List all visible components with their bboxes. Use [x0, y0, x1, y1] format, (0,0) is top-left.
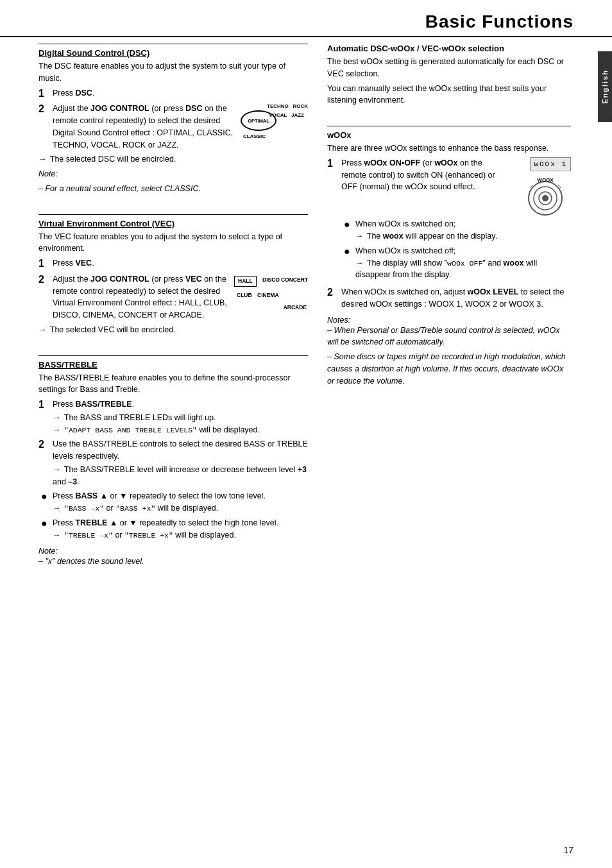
- bass-bullet-2: ● Press TREBLE ▲ or ▼ repeatedly to sele…: [38, 517, 308, 541]
- bass-step2-arrow: → The BASS/TREBLE level will increase or…: [53, 464, 308, 488]
- woox-step2-content: When wOOx is switched on, adjust wOOx LE…: [341, 286, 571, 311]
- vec-arrow-icon: →: [38, 324, 47, 336]
- bass-display1: "BASS –x": [64, 504, 104, 513]
- vec-step-2: 2 Adjust the JOG CONTROL (or press VEC o…: [38, 273, 308, 321]
- dsc-note-label: Note:: [38, 168, 308, 180]
- svg-point-3: [542, 195, 548, 201]
- woox-off-bold: woox: [504, 259, 524, 268]
- dsc-step2-content: Adjust the JOG CONTROL (or press DSC on …: [53, 103, 308, 151]
- bass-note-text: – "x" denotes the sound level.: [38, 556, 308, 568]
- bass-step-2: 2 Use the BASS/TREBLE controls to select…: [38, 438, 308, 488]
- dsc-step-2: 2 Adjust the JOG CONTROL (or press DSC o…: [38, 103, 308, 151]
- arrow-bass-3: →: [53, 464, 61, 476]
- woox-note-2: – Some discs or tapes might be recorded …: [327, 351, 571, 387]
- woox-step-number-2: 2: [327, 286, 337, 300]
- dsc-step-1: 1 Press DSC.: [38, 87, 308, 101]
- vec-step2-content: Adjust the JOG CONTROL (or press VEC on …: [53, 273, 308, 321]
- woox-circle-image: WOOX: [520, 174, 571, 216]
- vec-press-label: VEC: [75, 259, 92, 268]
- vec-step-number-1: 1: [38, 257, 49, 271]
- dsc-note-text: – For a neutral sound effect, select CLA…: [38, 183, 308, 195]
- woox-on-bold: woox: [383, 232, 404, 241]
- bass-step-1: 1 Press BASS/TREBLE. → The BASS and TREB…: [38, 398, 308, 436]
- svg-text:WOOX: WOOX: [537, 177, 554, 183]
- bass-up-label: BASS ▲: [75, 491, 108, 500]
- woox-notes: Notes: – When Personal or Bass/Treble so…: [327, 316, 571, 387]
- woox-notes-label: Notes:: [327, 316, 571, 325]
- bass-bullet-1: ● Press BASS ▲ or ▼ repeatedly to select…: [38, 490, 308, 515]
- vec-cinema-label: CINEMA: [257, 291, 279, 300]
- dsc-step1-content: Press DSC.: [53, 87, 308, 99]
- dsc-image: OPTIMAL TECHNO ROCK VOCAL JAZZ CLASSIC: [241, 103, 308, 140]
- vec-step-number-2: 2: [38, 273, 49, 287]
- woox-bullet-off: ● When wOOx is switched off; → The displ…: [341, 245, 571, 281]
- bass-display-text: "ADAPT BASS AND TREBLE LEVELS": [64, 426, 197, 434]
- vec-diagram: HALL DISCO CONCERT CLUB CINEMA ARCADE: [234, 273, 308, 313]
- woox-step-1: 1 Press wOOx ON•OFF (or wOOx on the remo…: [327, 157, 571, 284]
- bass-treble-title: BASS/TREBLE: [38, 360, 308, 370]
- woox-remote-label: wOOx: [434, 158, 457, 167]
- step-number-2: 2: [38, 103, 49, 116]
- dsc-section: Digital Sound Control (DSC) The DSC feat…: [38, 44, 308, 204]
- vec-concert-label: CONCERT: [281, 276, 308, 284]
- bass-note-label: Note:: [38, 546, 308, 556]
- arrow-woox-1: →: [355, 230, 364, 243]
- vec-arcade-label: ARCADE: [284, 303, 307, 312]
- bass-bullet1-content: Press BASS ▲ or ▼ repeatedly to select t…: [53, 490, 266, 515]
- dsc-title: Digital Sound Control (DSC): [38, 48, 308, 58]
- arrow-icon: →: [38, 153, 47, 166]
- woox-step1-text: Press wOOx ON•OFF (or wOOx on the remote…: [341, 157, 508, 193]
- treble-display1: "TREBLE –x": [64, 531, 113, 540]
- arrow-woox-2: →: [355, 257, 364, 269]
- vec-arrow-note: → The selected VEC will be encircled.: [38, 324, 308, 336]
- dsc-step2-text: Adjust the JOG CONTROL (or press DSC on …: [53, 103, 235, 151]
- arrow-bass-2: →: [53, 424, 61, 436]
- bass-display2: "BASS +x": [115, 504, 155, 513]
- woox-level-label: wOOx LEVEL: [468, 287, 519, 296]
- page-number: 17: [563, 845, 574, 855]
- dsc-press-label: DSC: [75, 89, 92, 98]
- woox-speaker-svg: WOOX: [520, 174, 571, 216]
- bass-step2-content: Use the BASS/TREBLE controls to select t…: [53, 438, 308, 488]
- vec-section: Virtual Environment Control (VEC) The VE…: [38, 214, 308, 345]
- woox-intro: There are three wOOx settings to enhance…: [327, 142, 571, 155]
- woox-image-area: wOOx 1: [513, 157, 571, 216]
- bass-down-label: ▼: [119, 491, 127, 500]
- woox-note-1: – When Personal or Bass/Treble sound con…: [327, 325, 571, 349]
- bass-step-number-2: 2: [38, 438, 49, 452]
- auto-dsc-title: Automatic DSC-wOOx / VEC-wOOx selection: [327, 44, 571, 53]
- vec-remote-label: VEC: [185, 275, 202, 284]
- vec-club-label: CLUB: [237, 291, 252, 300]
- content-area: Digital Sound Control (DSC) The DSC feat…: [0, 37, 612, 597]
- arrow-bass-4: →: [53, 502, 61, 515]
- arrow-bass-5: →: [53, 529, 61, 541]
- page-title: Basic Functions: [425, 12, 574, 32]
- woox-subtitle: wOOx: [327, 130, 571, 140]
- bass-treble-intro: The BASS/TREBLE feature enables you to d…: [38, 372, 308, 396]
- right-column: Automatic DSC-wOOx / VEC-wOOx selection …: [327, 44, 571, 584]
- vec-jog-label: JOG CONTROL: [90, 275, 149, 284]
- step-number-1: 1: [38, 87, 49, 101]
- vec-hall-box: HALL: [234, 276, 257, 287]
- woox-bullet-dot-1: ●: [344, 218, 352, 230]
- bass-bullet2-content: Press TREBLE ▲ or ▼ repeatedly to select…: [53, 517, 278, 541]
- treble-down-label: ▼: [129, 518, 137, 527]
- vec-step1-content: Press VEC.: [53, 257, 308, 269]
- jog-control-label: JOG CONTROL: [90, 104, 149, 113]
- woox-bullet-dot-2: ●: [344, 245, 352, 257]
- dsc-vocal-label: VOCAL JAZZ: [269, 112, 304, 119]
- bass-step1-arrow2: → "ADAPT BASS AND TREBLE LEVELS" will be…: [53, 424, 308, 436]
- vec-disco-label: DISCO: [262, 276, 280, 284]
- bass-bullet1-arrow: → "BASS –x" or "BASS +x" will be display…: [53, 502, 266, 515]
- bullet-dot-2: ●: [41, 517, 49, 529]
- woox-bullet-off-content: When wOOx is switched off; → The display…: [355, 245, 571, 281]
- woox-section: wOOx There are three wOOx settings to en…: [327, 126, 571, 393]
- auto-dsc-section: Automatic DSC-wOOx / VEC-wOOx selection …: [327, 44, 571, 115]
- page-container: Basic Functions English Digital Sound Co…: [0, 0, 612, 868]
- vec-intro: The VEC feature enables you to adjust th…: [38, 231, 308, 255]
- dsc-classic-label: CLASSIC: [243, 133, 266, 140]
- auto-dsc-text1: The best wOOx setting is generated autom…: [327, 56, 571, 80]
- woox-bullet-on-content: When wOOx is switched on; → The woox wil…: [355, 218, 497, 243]
- vec-step-1: 1 Press VEC.: [38, 257, 308, 271]
- language-tab: English: [598, 51, 612, 122]
